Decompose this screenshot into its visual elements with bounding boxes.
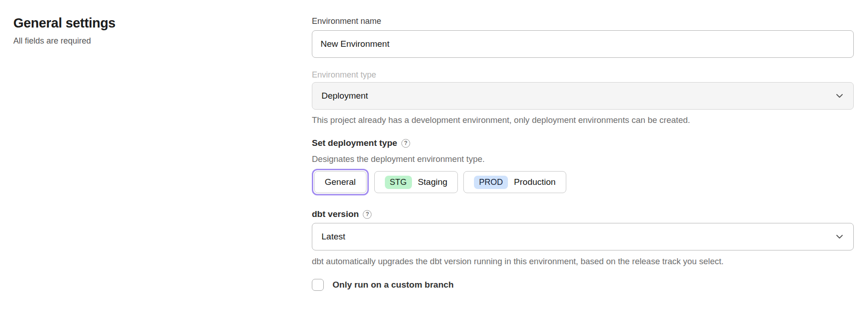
deployment-type-option-general[interactable]: General	[314, 171, 366, 193]
environment-type-select: Deployment	[312, 82, 854, 110]
dbt-version-helper: dbt automatically upgrades the dbt versi…	[312, 256, 854, 267]
custom-branch-checkbox[interactable]	[312, 279, 324, 291]
deployment-type-heading: Set deployment type	[312, 138, 397, 148]
production-badge: PROD	[474, 176, 508, 189]
option-label: Staging	[418, 177, 447, 187]
option-label: General	[325, 177, 356, 187]
custom-branch-row: Only run on a custom branch	[312, 279, 854, 291]
chevron-down-icon	[836, 233, 843, 241]
help-icon[interactable]: ?	[401, 139, 410, 148]
environment-name-input[interactable]	[312, 30, 854, 58]
custom-branch-label[interactable]: Only run on a custom branch	[333, 280, 454, 290]
deployment-type-option-production[interactable]: PROD Production	[463, 171, 566, 193]
dbt-version-heading-row: dbt version ?	[312, 209, 854, 219]
general-settings-page: General settings All fields are required…	[0, 0, 868, 291]
chevron-down-icon	[836, 92, 843, 100]
deployment-type-option-staging[interactable]: STG Staging	[374, 171, 458, 193]
deployment-type-helper: Designates the deployment environment ty…	[312, 154, 854, 164]
environment-type-value: Deployment	[321, 91, 368, 101]
deployment-type-options: General STG Staging PROD Production	[312, 169, 854, 195]
staging-badge: STG	[385, 176, 412, 189]
option-label: Production	[514, 177, 556, 187]
help-icon[interactable]: ?	[363, 210, 372, 219]
dbt-version-heading: dbt version	[312, 209, 359, 219]
environment-name-label: Environment name	[312, 16, 854, 26]
page-title: General settings	[13, 15, 312, 31]
page-subtitle: All fields are required	[13, 36, 312, 46]
settings-header: General settings All fields are required	[13, 15, 312, 46]
dbt-version-select[interactable]: Latest	[312, 223, 854, 250]
selected-option-ring: General	[312, 169, 369, 195]
settings-form: Environment name Environment type Deploy…	[312, 15, 854, 291]
environment-type-label: Environment type	[312, 70, 854, 80]
environment-type-helper: This project already has a development e…	[312, 115, 854, 125]
deployment-type-heading-row: Set deployment type ?	[312, 138, 854, 148]
dbt-version-value: Latest	[321, 232, 345, 242]
